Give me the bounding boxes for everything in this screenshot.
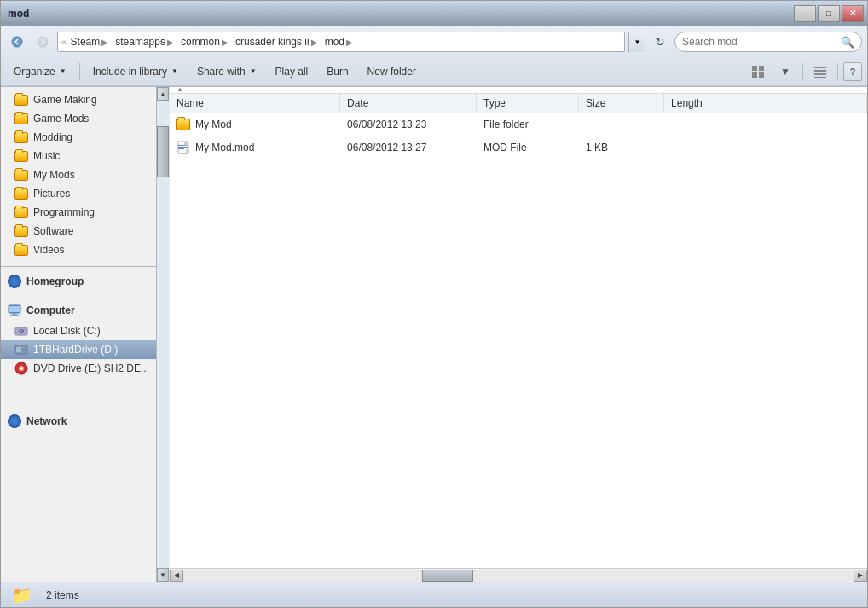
svg-rect-7 — [814, 70, 826, 72]
breadcrumb: « Steam ▶ steamapps ▶ common ▶ crusader — [61, 35, 356, 49]
sidebar-scroll-container: Game Making Game Mods Modding — [1, 87, 170, 582]
back-button[interactable] — [6, 32, 28, 52]
address-dropdown[interactable]: ▼ — [628, 32, 645, 52]
share-button[interactable]: Share with ▼ — [189, 61, 264, 83]
minimize-button[interactable]: — — [794, 5, 816, 22]
scroll-track[interactable] — [157, 101, 170, 568]
file-cell-size-2: 1 KB — [579, 139, 664, 156]
sidebar-item-local-disk[interactable]: Local Disk (C:) — [1, 321, 156, 340]
separator-2 — [802, 63, 803, 80]
svg-rect-13 — [9, 306, 20, 312]
new-folder-button[interactable]: New folder — [360, 61, 424, 83]
network-header[interactable]: Network — [1, 410, 156, 432]
sidebar-item-videos[interactable]: Videos — [1, 240, 156, 259]
help-button[interactable]: ? — [843, 62, 862, 81]
refresh-button[interactable]: ↻ — [649, 32, 671, 52]
svg-rect-5 — [759, 72, 764, 78]
sidebar-item-pictures[interactable]: Pictures — [1, 184, 156, 203]
drive-icon — [14, 324, 28, 338]
h-scroll-track[interactable] — [183, 570, 854, 582]
sidebar-item-game-mods[interactable]: Game Mods — [1, 109, 156, 128]
h-scrollbar[interactable]: ◀ ▶ — [170, 568, 867, 582]
forward-button[interactable] — [32, 32, 54, 52]
nav-bar: « Steam ▶ steamapps ▶ common ▶ crusader — [1, 26, 867, 57]
breadcrumb-steamapps[interactable]: steamapps ▶ — [113, 35, 176, 49]
h-scroll-thumb[interactable] — [422, 570, 473, 582]
svg-rect-12 — [10, 315, 19, 316]
share-label: Share with — [197, 66, 246, 78]
maximize-button[interactable]: □ — [818, 5, 840, 22]
sidebar-item-modding[interactable]: Modding — [1, 128, 156, 147]
window-title: mod — [8, 8, 29, 20]
col-header-name[interactable]: Name — [170, 94, 340, 113]
breadcrumb-crusader[interactable]: crusader kings ii ▶ — [233, 35, 321, 49]
sidebar-item-software[interactable]: Software — [1, 222, 156, 240]
file-type-2: MOD File — [483, 142, 527, 153]
computer-header[interactable]: Computer — [1, 299, 156, 321]
col-header-type[interactable]: Type — [477, 94, 579, 113]
scroll-down-arrow[interactable]: ▼ — [157, 568, 169, 582]
file-cell-size-1 — [579, 122, 664, 127]
scroll-right-arrow[interactable]: ▶ — [854, 570, 867, 582]
breadcrumb-mod[interactable]: mod ▶ — [322, 35, 356, 49]
sidebar-label-software: Software — [33, 225, 73, 237]
scroll-thumb[interactable] — [157, 126, 169, 177]
title-controls: — □ ✕ — [794, 5, 864, 22]
file-cell-length-1 — [664, 122, 867, 127]
file-list-header: Name Date Type Size Length — [170, 94, 867, 113]
view-button[interactable] — [746, 61, 770, 83]
sidebar-label-dvd: DVD Drive (E:) SH2 DE... — [33, 362, 149, 374]
file-cell-name-1: My Mod — [170, 115, 340, 134]
svg-rect-8 — [814, 73, 826, 75]
file-row-my-mod-file[interactable]: My Mod.mod 06/08/2012 13:27 MOD File 1 K… — [170, 136, 867, 159]
sidebar-item-my-mods[interactable]: My Mods — [1, 165, 156, 184]
file-cell-type-1: File folder — [477, 116, 579, 133]
sidebar-item-programming[interactable]: Programming — [1, 203, 156, 222]
folder-icon — [14, 149, 28, 163]
organize-button[interactable]: Organize ▼ — [6, 61, 74, 83]
file-row-my-mod-folder[interactable]: My Mod 06/08/2012 13:23 File folder — [170, 113, 867, 136]
include-button[interactable]: Include in library ▼ — [85, 61, 186, 83]
window: mod — □ ✕ — [0, 0, 868, 608]
play-button[interactable]: Play all — [268, 61, 316, 83]
new-folder-label: New folder — [367, 66, 416, 78]
col-header-size[interactable]: Size — [579, 94, 664, 113]
file-cell-length-2 — [664, 145, 867, 150]
svg-rect-3 — [759, 66, 764, 71]
close-button[interactable]: ✕ — [842, 5, 864, 22]
file-name-2: My Mod.mod — [195, 142, 254, 153]
burn-button[interactable]: Burn — [319, 61, 356, 83]
view-arrow[interactable]: ▼ — [773, 61, 797, 83]
sidebar-label-game-making: Game Making — [33, 94, 97, 106]
sidebar-item-dvd[interactable]: DVD Drive (E:) SH2 DE... — [1, 359, 156, 378]
svg-rect-4 — [752, 72, 757, 78]
mod-file-icon — [176, 141, 190, 154]
sidebar-scrollbar[interactable]: ▲ ▼ — [156, 87, 170, 582]
scroll-up-arrow[interactable]: ▲ — [157, 87, 169, 101]
breadcrumb-steam[interactable]: Steam ▶ — [68, 35, 112, 49]
col-header-date[interactable]: Date — [340, 94, 477, 113]
command-bar: Organize ▼ Include in library ▼ Share wi… — [1, 57, 867, 86]
breadcrumb-arrow-1: ▶ — [101, 38, 108, 47]
separator-3 — [837, 63, 838, 80]
col-header-length[interactable]: Length — [664, 94, 867, 113]
search-icon: 🔍 — [841, 36, 854, 49]
favorites-section: Game Making Game Mods Modding — [1, 87, 156, 267]
status-item-count: 2 items — [46, 589, 79, 601]
file-date-2: 06/08/2012 13:27 — [347, 142, 426, 153]
homegroup-header[interactable]: Homegroup — [1, 270, 156, 292]
sidebar-item-game-making[interactable]: Game Making — [1, 90, 156, 109]
scroll-left-arrow[interactable]: ◀ — [170, 570, 183, 582]
computer-icon — [8, 304, 21, 317]
details-view-button[interactable] — [808, 61, 832, 83]
breadcrumb-common[interactable]: common ▶ — [178, 35, 231, 49]
address-bar[interactable]: « Steam ▶ steamapps ▶ common ▶ crusader — [57, 32, 625, 52]
svg-rect-2 — [752, 66, 757, 71]
sidebar-item-1tb[interactable]: 1TBHardDrive (D:) — [1, 340, 156, 359]
sidebar-item-music[interactable]: Music — [1, 147, 156, 165]
search-input[interactable] — [682, 36, 837, 48]
file-size-2: 1 KB — [586, 142, 608, 153]
folder-icon — [14, 206, 28, 219]
computer-section: Computer Local Disk (C:) — [1, 296, 156, 381]
svg-point-20 — [23, 349, 25, 350]
